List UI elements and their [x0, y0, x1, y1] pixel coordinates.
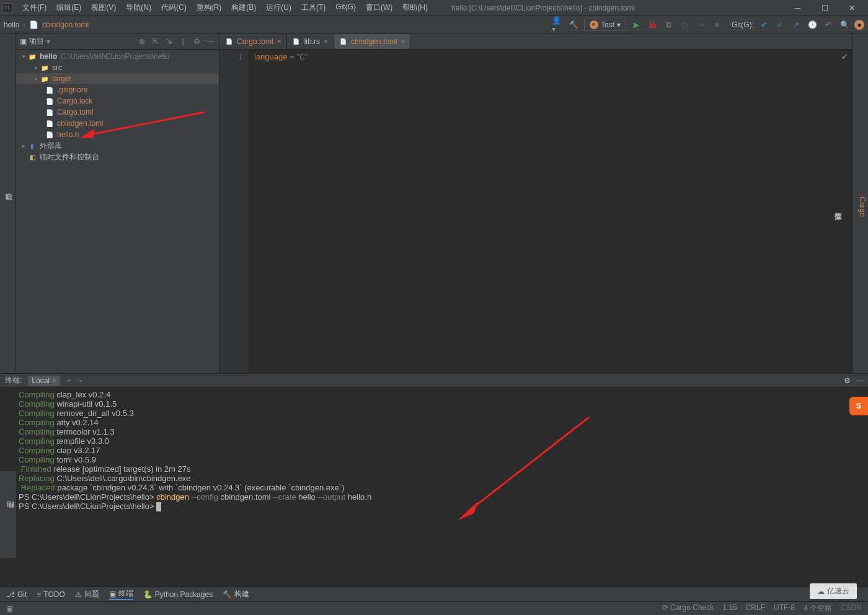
chevron-down-icon[interactable]: ▾ [46, 37, 50, 46]
branch-icon: ⎇ [6, 590, 15, 599]
expand-icon[interactable]: ⇱ [151, 37, 161, 46]
menu-window[interactable]: 窗口(W) [361, 0, 397, 15]
coverage-button[interactable]: ⧉ [662, 19, 675, 31]
file-icon: 📄 [45, 120, 55, 127]
maximize-button[interactable]: ☐ [811, 1, 838, 15]
tab-cargo-toml[interactable]: 📄Cargo.toml× [219, 34, 287, 49]
vcs-history-icon[interactable]: 🕓 [806, 19, 818, 31]
toolwindows-icon[interactable]: ▣ [6, 604, 13, 613]
right-tab-cargo[interactable]: Cargo [857, 193, 868, 221]
chevron-right-icon[interactable]: ▸ [32, 64, 40, 71]
crumb-project[interactable]: hello [4, 20, 19, 29]
project-tree[interactable]: ▾ 📁 hello C:\Users\dell\CLionProjects\he… [16, 50, 219, 373]
gear-icon[interactable]: ⚙ [844, 376, 851, 385]
file-icon: 📄 [45, 131, 55, 138]
nav-toolbar: hello › 📄 cbindgen.toml 👤▾ 🔨 R Test ▾ ▶ … [0, 16, 868, 33]
file-encoding[interactable]: UTF-8 [774, 603, 795, 614]
python-icon: 🐍 [143, 590, 153, 599]
toolwin-problems[interactable]: ⚠问题 [75, 588, 99, 600]
title-bar: CL 文件(F) 编辑(E) 视图(V) 导航(N) 代码(C) 重构(R) 构… [0, 0, 868, 16]
tree-cargotoml[interactable]: 📄Cargo.toml [16, 107, 219, 118]
crumb-file-icon: 📄 [29, 20, 38, 29]
chevron-down-icon[interactable]: ▾ [20, 53, 27, 60]
attach-button[interactable]: ⇥ [694, 19, 707, 31]
menu-tools[interactable]: 工具(T) [296, 0, 330, 15]
vcs-update-icon[interactable]: ✔ [758, 19, 770, 31]
chevron-right-icon[interactable]: ▸ [32, 76, 40, 82]
hide-icon[interactable]: — [205, 37, 215, 46]
toolwin-terminal[interactable]: ▣终端 [109, 588, 133, 600]
menu-edit[interactable]: 编辑(E) [51, 0, 86, 15]
toolwin-build[interactable]: 🔨构建 [223, 588, 249, 600]
crumb-file[interactable]: cbindgen.toml [42, 20, 89, 29]
window-title: hello [C:\Users\dell\CLionProjects\hello… [451, 4, 635, 12]
toml-file-icon: 📄 [339, 37, 347, 46]
menu-refactor[interactable]: 重构(R) [192, 0, 227, 15]
file-icon: 📄 [45, 87, 55, 94]
toolwin-git[interactable]: ⎇Git [6, 588, 27, 600]
ide-update-icon[interactable]: ● [854, 20, 864, 30]
run-config-dropdown[interactable]: R Test ▾ [584, 19, 626, 31]
gear-icon[interactable]: ⚙ [192, 37, 202, 46]
vcs-rollback-icon[interactable]: ↶ [822, 19, 835, 31]
toolwin-python[interactable]: 🐍Python Packages [143, 588, 213, 600]
terminal-output[interactable]: Compiling clap_lex v0.2.4Compiling winap… [0, 387, 868, 554]
close-icon[interactable]: × [52, 376, 56, 385]
menu-file[interactable]: 文件(F) [17, 0, 51, 15]
vcs-commit-icon[interactable]: ✓ [774, 19, 786, 31]
close-button[interactable]: ✕ [838, 1, 866, 15]
tree-root-path: C:\Users\dell\CLionProjects\hello [61, 52, 169, 61]
tool-window-bar: ⎇Git ≡TODO ⚠问题 ▣终端 🐍Python Packages 🔨构建 [0, 586, 868, 601]
menu-nav[interactable]: 导航(N) [121, 0, 156, 15]
new-tab-icon[interactable]: ＋ [65, 375, 73, 386]
left-tool-strip: 项目 书签 [0, 33, 16, 373]
analysis-ok-icon[interactable]: ✔ [841, 52, 848, 61]
profile-button[interactable]: ◷ [678, 19, 691, 31]
menu-code[interactable]: 代码(C) [156, 0, 192, 15]
left-tab-project[interactable]: 项目 [2, 203, 16, 210]
indent-status[interactable]: 4 个空格 [804, 603, 832, 614]
tree-target[interactable]: ▸📁target [16, 73, 219, 84]
debug-button[interactable]: 🐞 [646, 19, 658, 31]
tree-root[interactable]: ▾ 📁 hello C:\Users\dell\CLionProjects\he… [16, 51, 219, 62]
menu-build[interactable]: 构建(B) [226, 0, 261, 15]
locate-icon[interactable]: ⊕ [137, 37, 147, 46]
cursor-position[interactable]: 1:15 [722, 603, 737, 614]
tree-gitignore[interactable]: 📄.gitignore [16, 84, 219, 95]
close-icon[interactable]: × [277, 37, 281, 46]
tree-cargolock[interactable]: 📄Cargo.lock [16, 95, 219, 107]
terminal-tab-local[interactable]: Local× [28, 376, 60, 386]
line-separator[interactable]: CRLF [746, 603, 765, 614]
tree-cbindgen[interactable]: 📄cbindgen.toml [16, 118, 219, 129]
tab-cbindgen-toml[interactable]: 📄cbindgen.toml× [334, 34, 411, 49]
menu-git[interactable]: Git(G) [330, 0, 361, 15]
ime-indicator[interactable]: S [849, 397, 868, 415]
menu-help[interactable]: 帮助(H) [397, 0, 433, 15]
hammer-icon[interactable]: 🔨 [568, 19, 580, 31]
minimize-button[interactable]: ─ [784, 1, 811, 15]
close-icon[interactable]: × [324, 37, 328, 46]
project-panel-title[interactable]: 项目 [29, 36, 44, 46]
collapse-icon[interactable]: ⇲ [164, 37, 174, 46]
toolwin-todo[interactable]: ≡TODO [37, 588, 64, 600]
vcs-push-icon[interactable]: ↗ [790, 19, 802, 31]
chevron-down-icon[interactable]: ⌄ [78, 375, 84, 386]
close-icon[interactable]: × [401, 37, 405, 46]
menu-view[interactable]: 视图(V) [86, 0, 121, 15]
stop-button[interactable]: ■ [711, 19, 723, 31]
hide-icon[interactable]: — [856, 376, 863, 385]
tree-scratch[interactable]: ◧临时文件和控制台 [16, 151, 219, 162]
chevron-right-icon[interactable]: ▸ [20, 143, 27, 149]
cloud-icon: ☁ [817, 587, 825, 596]
tree-hello-h[interactable]: 📄hello.h [16, 129, 219, 140]
tab-lib-rs[interactable]: 📄lib.rs× [287, 34, 334, 49]
search-icon[interactable]: 🔍 [838, 19, 851, 31]
tree-ext-lib[interactable]: ▸▮外部库 [16, 140, 219, 151]
code-editor[interactable]: language = "C" ✔ [249, 50, 852, 373]
menu-run[interactable]: 运行(U) [261, 0, 296, 15]
tree-src[interactable]: ▸📁src [16, 62, 219, 73]
cargo-check-status[interactable]: ⟳ Cargo Check [662, 603, 714, 614]
run-button[interactable]: ▶ [630, 19, 642, 31]
user-icon[interactable]: 👤▾ [552, 19, 564, 31]
line-gutter[interactable]: 1 [219, 50, 249, 373]
